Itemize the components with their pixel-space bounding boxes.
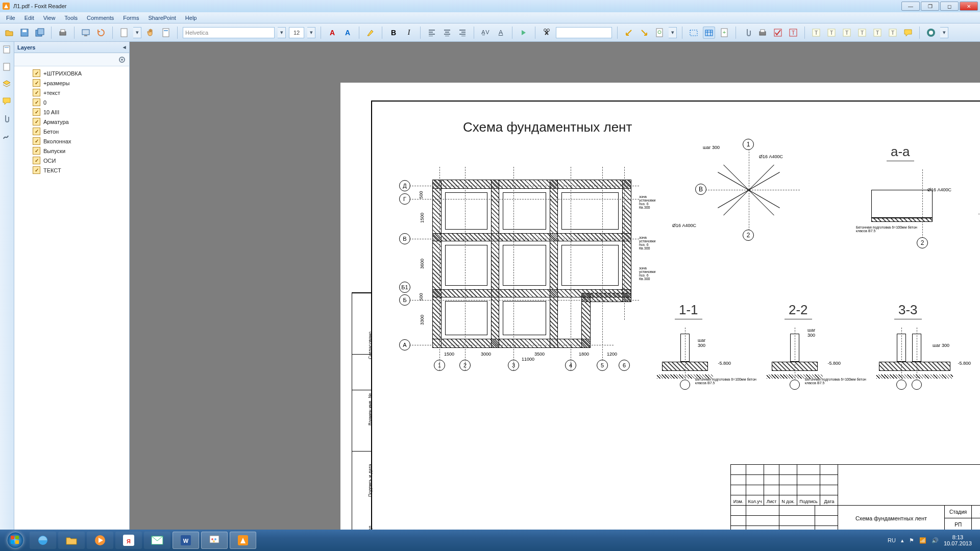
layer-item[interactable]: ✓10 AIII [14, 107, 129, 117]
font-color-icon[interactable]: A [326, 27, 338, 39]
text-style-icon[interactable]: A [495, 27, 507, 39]
char-spacing-icon[interactable]: A͍V [479, 27, 492, 39]
font-color2-icon[interactable]: A [341, 27, 354, 39]
attachments-panel-icon[interactable] [2, 114, 12, 124]
layers-options-icon[interactable] [118, 56, 126, 64]
open-button[interactable] [3, 27, 15, 39]
align-right-icon[interactable] [456, 27, 469, 39]
page-dd[interactable]: ▾ [133, 27, 141, 38]
page-add-icon[interactable]: + [718, 27, 730, 39]
layer-check-icon[interactable]: ✓ [33, 118, 40, 126]
next-result-icon[interactable] [638, 27, 650, 39]
italic-button[interactable]: I [403, 27, 415, 39]
menu-edit[interactable]: Edit [20, 14, 38, 22]
layer-item[interactable]: ✓+размеры [14, 78, 129, 88]
menu-view[interactable]: View [39, 14, 60, 22]
hand-tool[interactable] [144, 27, 157, 39]
font-select[interactable]: Helvetica [183, 27, 275, 38]
flag-icon[interactable]: ⚑ [909, 537, 914, 544]
align-center-icon[interactable] [441, 27, 453, 39]
doc-search-icon[interactable] [653, 27, 666, 39]
layer-item[interactable]: ✓+ШТРИХОВКА [14, 68, 129, 78]
bookmarks-icon[interactable] [2, 45, 12, 55]
highlight-icon[interactable] [364, 27, 377, 39]
menu-help[interactable]: Help [181, 14, 201, 22]
note-icon[interactable]: T [856, 27, 868, 39]
volume-icon[interactable]: 🔊 [932, 537, 939, 544]
search-dd[interactable]: ▾ [669, 27, 677, 38]
print2-icon[interactable] [756, 27, 769, 39]
layer-check-icon[interactable]: ✓ [33, 137, 40, 145]
page-icon[interactable] [118, 27, 130, 39]
close-button[interactable]: ✕ [960, 2, 978, 11]
comments-panel-icon[interactable] [2, 97, 12, 107]
highlight2-icon[interactable]: T [871, 27, 884, 39]
layer-check-icon[interactable]: ✓ [33, 108, 40, 116]
network-icon[interactable]: 📶 [919, 537, 926, 544]
checkbox-red-icon[interactable] [772, 27, 784, 39]
layer-check-icon[interactable]: ✓ [33, 166, 40, 174]
layer-item[interactable]: ✓ТЕКСТ [14, 165, 129, 175]
save-all-button[interactable] [34, 27, 46, 39]
clock[interactable]: 8:13 10.07.2013 [944, 534, 972, 546]
menu-file[interactable]: File [2, 14, 19, 22]
share-icon[interactable] [925, 27, 937, 39]
prev-result-icon[interactable] [623, 27, 635, 39]
layer-check-icon[interactable]: ✓ [33, 147, 40, 155]
find-button[interactable] [541, 27, 553, 39]
play-icon[interactable] [518, 27, 530, 39]
font-size-field[interactable]: 12 [289, 27, 304, 38]
monitor-icon[interactable] [80, 27, 92, 39]
layer-item[interactable]: ✓Арматура [14, 117, 129, 127]
taskbar-foxit[interactable] [230, 532, 256, 549]
layer-item[interactable]: ✓+текст [14, 88, 129, 97]
layer-check-icon[interactable]: ✓ [33, 98, 40, 106]
align-left-icon[interactable] [426, 27, 438, 39]
minimize-button[interactable]: — [901, 2, 920, 11]
layer-item[interactable]: ✓Бетон [14, 127, 129, 136]
strikeout-icon[interactable]: T [887, 27, 899, 39]
textbox-icon[interactable]: T [841, 27, 853, 39]
start-button[interactable] [3, 531, 28, 550]
maximize-button[interactable]: ◻ [940, 2, 959, 11]
menu-forms[interactable]: Forms [119, 14, 143, 22]
taskbar-paint[interactable] [201, 532, 228, 549]
layer-check-icon[interactable]: ✓ [33, 128, 40, 135]
taskbar-yandex[interactable]: Я [115, 532, 142, 549]
taskbar-mail[interactable] [144, 532, 170, 549]
save-button[interactable] [18, 27, 31, 39]
lang-indicator[interactable]: RU [888, 537, 896, 543]
bold-button[interactable]: B [387, 27, 400, 39]
callout-icon[interactable]: T [825, 27, 838, 39]
menu-tools[interactable]: Tools [60, 14, 82, 22]
layer-check-icon[interactable]: ✓ [33, 89, 40, 96]
layer-item[interactable]: ✓Вколоннах [14, 136, 129, 146]
font-dd[interactable]: ▾ [278, 27, 286, 38]
size-dd[interactable]: ▾ [307, 27, 315, 38]
pages-thumb-icon[interactable] [2, 62, 12, 72]
document-viewport[interactable]: Схема фундаментных лент [130, 42, 980, 530]
text-box-red-icon[interactable]: T [787, 27, 799, 39]
layer-item[interactable]: ✓0 [14, 97, 129, 107]
typewriter-icon[interactable]: T [810, 27, 822, 39]
select-tool[interactable] [160, 27, 172, 39]
taskbar-word[interactable]: W [173, 532, 199, 549]
share-dd[interactable]: ▾ [940, 27, 948, 38]
taskbar-ie[interactable] [30, 532, 56, 549]
layers-icon[interactable] [2, 80, 12, 90]
rotate-icon[interactable] [95, 27, 107, 39]
menu-sharepoint[interactable]: SharePoint [144, 14, 180, 22]
layer-check-icon[interactable]: ✓ [33, 157, 40, 164]
signatures-icon[interactable] [2, 132, 12, 142]
attach-icon[interactable] [741, 27, 753, 39]
comment-icon[interactable] [902, 27, 914, 39]
taskbar-explorer[interactable] [58, 532, 85, 549]
snapshot2-icon[interactable] [703, 27, 715, 39]
search-input[interactable] [556, 27, 612, 38]
print-button[interactable] [57, 27, 69, 39]
restore-button[interactable]: ❐ [921, 2, 939, 11]
collapse-panel-icon[interactable]: ◂ [123, 44, 126, 51]
layer-check-icon[interactable]: ✓ [33, 79, 40, 87]
layer-check-icon[interactable]: ✓ [33, 69, 40, 77]
taskbar-wmp[interactable] [87, 532, 113, 549]
